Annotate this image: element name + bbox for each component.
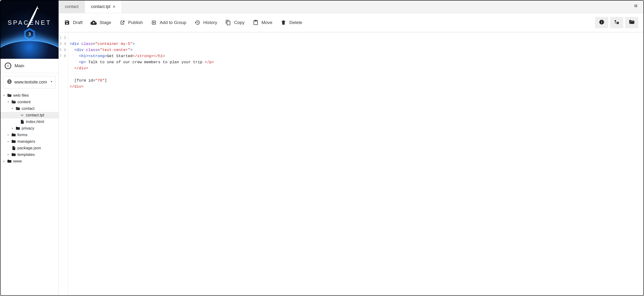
caret-icon [2, 160, 6, 163]
folder-open-icon [16, 106, 20, 111]
back-arrow-icon [5, 62, 11, 69]
tree-item-label: package.json [18, 146, 41, 150]
tree-item-label: content [18, 100, 30, 104]
delete-label: Delete [289, 20, 302, 25]
folder-icon [11, 152, 16, 157]
plus-box-icon [151, 19, 157, 26]
delete-button[interactable]: Delete [280, 19, 302, 26]
tree-item-contact[interactable]: contact [0, 105, 58, 112]
tree-item-content[interactable]: content [0, 99, 58, 105]
horizon-glow [0, 40, 58, 59]
sidebar: SPACENET 3 Main www.testsite.com web fil… [0, 0, 59, 296]
tree-item-contact-tpl[interactable]: contact.tpl [0, 112, 58, 118]
folder-icon [11, 133, 16, 137]
copy-label: Copy [234, 20, 244, 25]
code-editor[interactable]: 1 2 3 4 5 6 7 8 <div class="container my… [59, 32, 644, 296]
history-icon [194, 19, 200, 26]
globe-icon [7, 79, 12, 85]
tree-item-web-files[interactable]: web files [0, 92, 58, 99]
main-nav-link[interactable]: Main [0, 59, 58, 73]
site-url: www.testsite.com [14, 80, 47, 85]
tree-item-managers[interactable]: managers [0, 138, 58, 145]
brand-badge: 3 [24, 28, 35, 40]
tree-item-label: index.html [26, 119, 44, 124]
move-label: Move [262, 20, 272, 25]
tab-contact[interactable]: contact [59, 0, 85, 13]
folder-icon [7, 159, 12, 164]
stage-label: Stage [100, 20, 111, 25]
main-nav-label: Main [14, 63, 24, 68]
trash-icon [280, 19, 286, 26]
move-button[interactable]: Move [252, 19, 272, 26]
tree-icon [614, 19, 620, 26]
main-area: contactcontact.tpl× Draft Stage Publish … [59, 0, 644, 296]
tree-item-label: privacy [22, 126, 34, 131]
caret-icon [6, 134, 10, 136]
copy-icon [225, 19, 231, 26]
share-icon [119, 19, 125, 26]
folder-icon [16, 126, 20, 131]
cloud-upload-icon [90, 19, 97, 26]
app-root: SPACENET 3 Main www.testsite.com web fil… [0, 0, 644, 296]
tree-item-label: www [13, 159, 22, 164]
tree-item-www[interactable]: www [0, 158, 58, 165]
svg-text:</>: </> [13, 148, 15, 149]
folder-open-icon [7, 93, 12, 98]
caret-icon [6, 101, 10, 103]
tree-item-label: contact.tpl [26, 113, 44, 118]
tree-item-label: managers [18, 139, 35, 144]
draft-button[interactable]: Draft [64, 19, 82, 26]
code-file-icon [20, 113, 24, 118]
editor-code[interactable]: <div class="container my-5"> <div class=… [68, 32, 644, 296]
caret-icon [6, 140, 10, 143]
info-icon [599, 19, 604, 26]
tab-label: contact [65, 4, 78, 9]
tree-item-privacy[interactable]: privacy [0, 125, 58, 132]
folder-open-icon [11, 100, 16, 104]
history-label: History [203, 20, 217, 25]
caret-icon [11, 107, 14, 110]
file-tree: web filescontentcontactcontact.tpl</>ind… [0, 91, 58, 167]
toolbar-right-group [595, 17, 638, 28]
tree-item-package-json[interactable]: </>package.json [0, 145, 58, 151]
arrow-icon [26, 5, 40, 29]
folder-open-icon [629, 19, 635, 26]
add-to-group-button[interactable]: Add to Group [151, 19, 186, 26]
publish-button[interactable]: Publish [119, 19, 143, 26]
html-file-icon: </> [11, 146, 16, 150]
open-folder-button[interactable] [625, 17, 638, 28]
tab-contact-tpl[interactable]: contact.tpl× [85, 0, 122, 13]
publish-label: Publish [128, 20, 143, 25]
chevron-down-icon [50, 79, 54, 85]
site-selector[interactable]: www.testsite.com [3, 76, 56, 88]
tabs-menu-button[interactable] [629, 3, 644, 10]
tree-item-templates[interactable]: templates [0, 151, 58, 158]
brand-logo: SPACENET 3 [0, 0, 58, 59]
caret-icon [2, 94, 6, 97]
copy-button[interactable]: Copy [225, 19, 244, 26]
tree-item-index-html[interactable]: </>index.html [0, 118, 58, 125]
tree-item-label: forms [18, 133, 28, 137]
close-icon[interactable]: × [113, 4, 116, 9]
tree-item-label: contact [22, 106, 34, 111]
html-file-icon: </> [20, 119, 24, 124]
clipboard-icon [252, 19, 259, 26]
caret-icon [6, 153, 10, 156]
add-to-group-label: Add to Group [160, 20, 186, 25]
toolbar: Draft Stage Publish Add to Group History… [59, 13, 644, 32]
stage-button[interactable]: Stage [90, 19, 111, 26]
tree-item-forms[interactable]: forms [0, 132, 58, 138]
tab-strip: contactcontact.tpl× [59, 0, 644, 13]
svg-rect-3 [602, 22, 602, 23]
folder-icon [11, 139, 16, 144]
tree-item-label: web files [13, 93, 29, 98]
save-icon [64, 19, 70, 26]
caret-icon [11, 127, 14, 130]
tab-label: contact.tpl [91, 4, 110, 9]
info-button[interactable] [595, 17, 608, 28]
svg-rect-4 [602, 21, 602, 21]
history-button[interactable]: History [194, 19, 217, 26]
editor-gutter: 1 2 3 4 5 6 7 8 [59, 32, 68, 296]
tree-item-label: templates [18, 152, 35, 157]
tree-toggle-button[interactable] [610, 17, 623, 28]
